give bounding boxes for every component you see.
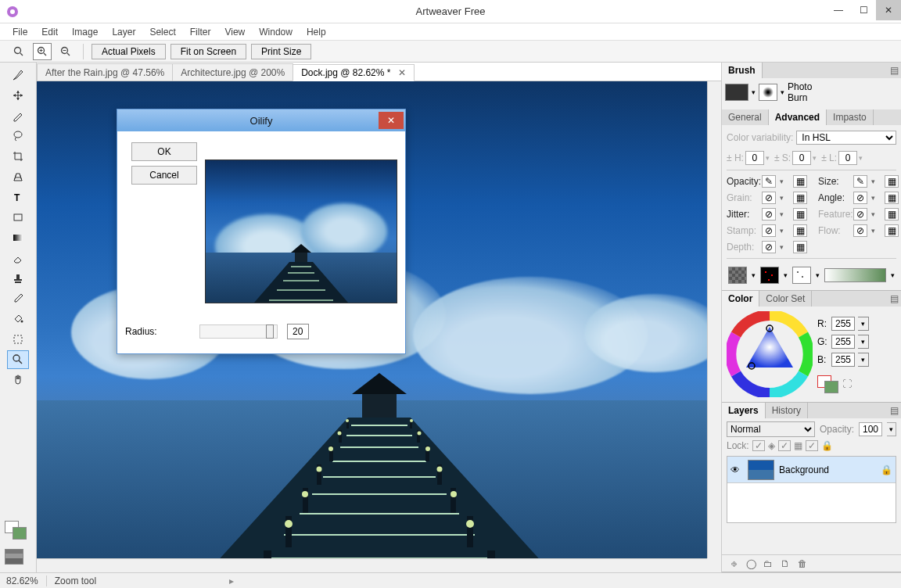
zoom-out-icon[interactable] — [9, 43, 28, 60]
lock-all-icon[interactable]: ✓ — [806, 440, 818, 451]
hand-tool[interactable] — [7, 371, 29, 389]
r-input[interactable] — [831, 317, 855, 331]
horizontal-scrollbar[interactable] — [37, 558, 707, 572]
color-variability-select[interactable]: In HSL — [796, 131, 896, 145]
new-layer-icon[interactable]: 🗋 — [778, 558, 792, 570]
ok-button[interactable]: OK — [131, 142, 197, 161]
dropdown-icon[interactable]: ▾ — [891, 271, 895, 279]
link-layers-icon[interactable]: ⎆ — [727, 558, 741, 570]
radius-slider[interactable] — [199, 324, 278, 339]
print-size-button[interactable]: Print Size — [251, 44, 311, 59]
vertical-scrollbar[interactable] — [707, 81, 721, 558]
menu-window[interactable]: Window — [253, 27, 299, 38]
menu-layer[interactable]: Layer — [106, 27, 142, 38]
menu-view[interactable]: View — [218, 27, 251, 38]
add-to-palette-icon[interactable]: ⛶ — [842, 378, 852, 389]
layer-thumbnail[interactable] — [748, 460, 774, 480]
stamp-tool[interactable] — [7, 269, 29, 288]
minimize-button[interactable]: — — [826, 0, 851, 20]
lock-pixels-icon[interactable]: ✓ — [778, 440, 791, 451]
menu-file[interactable]: File — [6, 27, 34, 38]
h-input[interactable] — [745, 151, 764, 165]
lock-transparency-icon[interactable]: ✓ — [752, 440, 765, 451]
eyedropper-tool[interactable] — [7, 289, 29, 308]
opacity-toggle-icon[interactable]: ▦ — [793, 175, 807, 188]
subtab-general[interactable]: General — [722, 109, 769, 125]
gradient-preview[interactable] — [824, 268, 886, 282]
dropdown-icon[interactable]: ▾ — [871, 177, 882, 185]
brush-tab[interactable]: Brush — [722, 63, 763, 78]
panel-menu-icon[interactable]: ▤ — [887, 63, 901, 78]
eraser-tool[interactable] — [7, 249, 29, 267]
subtab-advanced[interactable]: Advanced — [769, 109, 827, 125]
close-button[interactable]: ✕ — [876, 0, 901, 20]
grain-expression-icon[interactable]: ⊘ — [762, 192, 776, 204]
lasso-tool[interactable] — [7, 127, 29, 145]
dropdown-icon[interactable]: ▾ — [780, 210, 791, 218]
dropdown-icon[interactable]: ▾ — [887, 422, 896, 436]
dropdown-icon[interactable]: ▾ — [858, 335, 869, 349]
dropdown-icon[interactable]: ▾ — [813, 154, 817, 162]
brush-tool[interactable] — [7, 66, 29, 84]
texture-1[interactable] — [728, 267, 747, 284]
tab-history[interactable]: History — [766, 403, 808, 418]
brush-preset-thumbnail[interactable] — [725, 84, 748, 101]
dropdown-icon[interactable]: ▾ — [858, 317, 869, 331]
depth-toggle-icon[interactable]: ▦ — [793, 241, 807, 253]
dropdown-icon[interactable]: ▾ — [784, 271, 788, 279]
tab-color[interactable]: Color — [722, 291, 759, 307]
background-color-swatch[interactable] — [13, 527, 27, 540]
panel-menu-icon[interactable]: ▤ — [887, 403, 901, 418]
flow-toggle-icon[interactable]: ▦ — [885, 224, 899, 237]
dropdown-icon[interactable]: ▾ — [766, 154, 770, 162]
delete-layer-icon[interactable]: 🗑 — [795, 558, 809, 570]
dialog-titlebar[interactable]: Oilify ✕ — [117, 109, 405, 131]
tab-close-icon[interactable]: ✕ — [398, 67, 406, 78]
grain-toggle-icon[interactable]: ▦ — [793, 192, 807, 204]
jitter-expression-icon[interactable]: ⊘ — [762, 208, 776, 220]
menu-edit[interactable]: Edit — [35, 27, 64, 38]
pencil-tool[interactable] — [7, 106, 29, 125]
dropdown-icon[interactable]: ▾ — [752, 271, 756, 279]
menu-image[interactable]: Image — [66, 27, 104, 38]
gradient-tool[interactable] — [7, 228, 29, 247]
dropdown-icon[interactable]: ▾ — [780, 227, 791, 235]
blend-mode-select[interactable]: Normal — [727, 421, 815, 437]
size-expression-icon[interactable]: ✎ — [853, 175, 867, 188]
tab-color-set[interactable]: Color Set — [759, 291, 812, 307]
angle-toggle-icon[interactable]: ▦ — [885, 192, 899, 204]
dialog-close-button[interactable]: ✕ — [379, 112, 404, 129]
zoom-tool[interactable] — [7, 350, 29, 369]
document-tab[interactable]: Dock.jpg @ 82.62% *✕ — [293, 64, 415, 81]
dropdown-icon[interactable]: ▾ — [816, 271, 820, 279]
actual-pixels-button[interactable]: Actual Pixels — [92, 44, 166, 59]
document-tab[interactable]: Architecture.jpg @ 200% — [172, 63, 293, 81]
dropdown-icon[interactable]: ▾ — [780, 194, 791, 202]
texture-2[interactable] — [760, 267, 779, 284]
layer-mask-icon[interactable]: ◯ — [744, 558, 758, 570]
menu-filter[interactable]: Filter — [184, 27, 217, 38]
text-tool[interactable]: T — [7, 188, 29, 206]
stamp-expression-icon[interactable]: ⊘ — [762, 224, 776, 237]
layer-opacity-input[interactable] — [859, 422, 882, 436]
cancel-button[interactable]: Cancel — [131, 166, 197, 185]
foreground-background-colors[interactable] — [5, 521, 31, 544]
stamp-toggle-icon[interactable]: ▦ — [793, 224, 807, 237]
menu-help[interactable]: Help — [300, 27, 332, 38]
dropdown-icon[interactable]: ▾ — [871, 227, 882, 235]
panel-menu-icon[interactable]: ▤ — [887, 291, 901, 307]
jitter-toggle-icon[interactable]: ▦ — [793, 208, 807, 220]
dropdown-icon[interactable]: ▾ — [871, 194, 882, 202]
l-input[interactable] — [838, 151, 857, 165]
tab-layers[interactable]: Layers — [722, 403, 766, 418]
dropdown-icon[interactable]: ▾ — [858, 353, 869, 367]
dropdown-icon[interactable]: ▾ — [780, 177, 791, 185]
texture-3[interactable] — [792, 267, 811, 284]
radius-input[interactable] — [287, 324, 309, 339]
new-group-icon[interactable]: 🗀 — [761, 558, 775, 570]
subtab-impasto[interactable]: Impasto — [827, 109, 874, 125]
slider-thumb[interactable] — [266, 324, 274, 339]
layer-item[interactable]: 👁 Background 🔒 — [727, 457, 896, 483]
zoom-in-icon[interactable] — [33, 43, 52, 60]
crop-tool[interactable] — [7, 147, 29, 166]
